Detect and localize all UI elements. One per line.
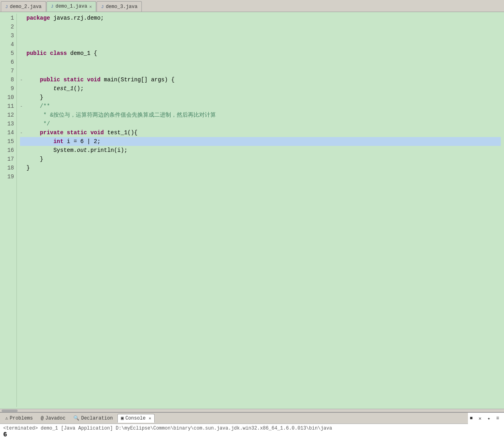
code-token: test_1 (53, 84, 73, 93)
bottom-tab-problems[interactable]: ⚠Problems (2, 414, 36, 423)
line-number: 19 (2, 172, 14, 181)
tab-bar: Jdemo_2.javaJdemo_1.java✕Jdemo_3.java (0, 0, 504, 12)
console-terminated-line: <terminated> demo_1 [Java Application] D… (3, 426, 501, 431)
code-token: private (40, 128, 67, 137)
gutter-mark: - (20, 128, 26, 137)
line-number: 9 (2, 84, 14, 93)
code-line (20, 67, 501, 75)
code-line: } (20, 163, 501, 172)
code-token: } (26, 155, 43, 163)
tab-label: demo_3.java (106, 4, 137, 10)
java-file-icon: J (5, 4, 8, 9)
editor-area[interactable]: 12345678910111213141516171819 package ja… (0, 12, 504, 409)
line-number: 11 (2, 102, 14, 111)
bottom-tab-icon-javadoc: @ (41, 416, 44, 421)
code-line (20, 172, 501, 181)
tab-demo2[interactable]: Jdemo_2.java (1, 1, 46, 12)
line-number: 17 (2, 155, 14, 163)
line-number: 12 (2, 111, 14, 119)
line-number: 6 (2, 58, 14, 67)
code-token: String[] args) { (121, 75, 174, 84)
code-token: int (53, 137, 67, 146)
bottom-tab-label-javadoc: Javadoc (45, 416, 65, 421)
code-token: (); (74, 84, 84, 93)
line-number: 1 (2, 14, 14, 22)
code-token (26, 137, 53, 146)
code-token (26, 75, 40, 84)
code-token: } (26, 93, 43, 102)
more-icon[interactable]: ≡ (494, 415, 501, 422)
bottom-tab-label-console: Console (125, 416, 145, 421)
line-number: 14 (2, 128, 14, 137)
line-number: 15 (2, 137, 14, 146)
code-token: demo_1 { (70, 49, 97, 58)
code-token (26, 128, 40, 137)
code-line: - public static void main(String[] args)… (20, 75, 501, 84)
code-line: int i = 6 | 2; (20, 137, 501, 146)
code-token: main( (104, 75, 121, 84)
bottom-tab-icon-declaration: 🔍 (73, 415, 79, 421)
code-line (20, 40, 501, 49)
code-token: static (63, 75, 87, 84)
tab-demo1[interactable]: Jdemo_1.java✕ (46, 1, 96, 12)
code-line (20, 31, 501, 40)
tab-label: demo_1.java (55, 4, 87, 9)
code-token: package (26, 14, 53, 22)
code-line: test_1(); (20, 84, 501, 93)
pin-icon[interactable]: ✦ (486, 415, 492, 422)
line-number: 4 (2, 40, 14, 49)
scrollbar-thumb[interactable] (2, 410, 18, 412)
bottom-tab-bar: ⚠Problems@Javadoc🔍Declaration▣Console✕ (0, 413, 468, 424)
line-number: 10 (2, 93, 14, 102)
bottom-tab-declaration[interactable]: 🔍Declaration (70, 414, 116, 423)
gutter-mark: - (20, 102, 26, 111)
code-line (20, 22, 501, 31)
code-line: - private static void test_1(){ (20, 128, 501, 137)
code-line: * &按位与，运算符两边的条件值会先换算成二进制，然后再比对计算 (20, 111, 501, 119)
code-token (26, 102, 40, 111)
code-token: void (87, 75, 104, 84)
bottom-tab-close-icon[interactable]: ✕ (149, 416, 151, 421)
gutter-mark: - (20, 75, 26, 84)
close-icon[interactable]: ✕ (477, 415, 483, 422)
code-container: 12345678910111213141516171819 package ja… (0, 12, 504, 409)
code-line: System.out.println(i); (20, 146, 501, 155)
code-line (20, 58, 501, 67)
code-line: public class demo_1 { (20, 49, 501, 58)
tab-demo3[interactable]: Jdemo_3.java (97, 1, 142, 12)
line-number: 7 (2, 67, 14, 75)
bottom-tab-icon-problems: ⚠ (5, 415, 8, 421)
code-line: - /** (20, 102, 501, 111)
line-number: 5 (2, 49, 14, 58)
code-token: */ (26, 119, 50, 128)
code-token: .println(i); (87, 146, 127, 155)
tab-close-icon[interactable]: ✕ (89, 4, 92, 9)
code-line: */ (20, 119, 501, 128)
bottom-tab-label-problems: Problems (10, 416, 33, 421)
code-token (26, 84, 53, 93)
code-token: class (50, 49, 70, 58)
code-token: void (91, 128, 107, 137)
bottom-toolbar-right: ■ ✕ ✦ ≡ (468, 415, 501, 422)
code-token: out (77, 146, 87, 155)
code-token: public (40, 75, 64, 84)
bottom-tab-console[interactable]: ▣Console✕ (117, 414, 155, 423)
line-number: 13 (2, 119, 14, 128)
code-token: javas.rzj.demo; (53, 14, 104, 22)
code-token: /** (40, 102, 50, 111)
bottom-tab-javadoc[interactable]: @Javadoc (37, 414, 69, 423)
bottom-combined-bar: ⚠Problems@Javadoc🔍Declaration▣Console✕ ■… (0, 413, 504, 424)
code-token: * &按位与，运算符两边的条件值会先换算成二进制，然后再比对计算 (26, 111, 216, 119)
code-token: } (26, 163, 30, 172)
line-number: 2 (2, 22, 14, 31)
line-numbers: 12345678910111213141516171819 (0, 14, 17, 407)
console-content: <terminated> demo_1 [Java Application] D… (0, 424, 504, 440)
code-lines: package javas.rzj.demo;public class demo… (17, 14, 504, 407)
bottom-panel: ⚠Problems@Javadoc🔍Declaration▣Console✕ ■… (0, 412, 504, 440)
line-number: 18 (2, 163, 14, 172)
code-line: } (20, 93, 501, 102)
line-number: 3 (2, 31, 14, 40)
editor-scrollbar[interactable] (0, 409, 504, 412)
java-file-icon: J (51, 4, 54, 9)
stop-icon[interactable]: ■ (468, 415, 474, 422)
